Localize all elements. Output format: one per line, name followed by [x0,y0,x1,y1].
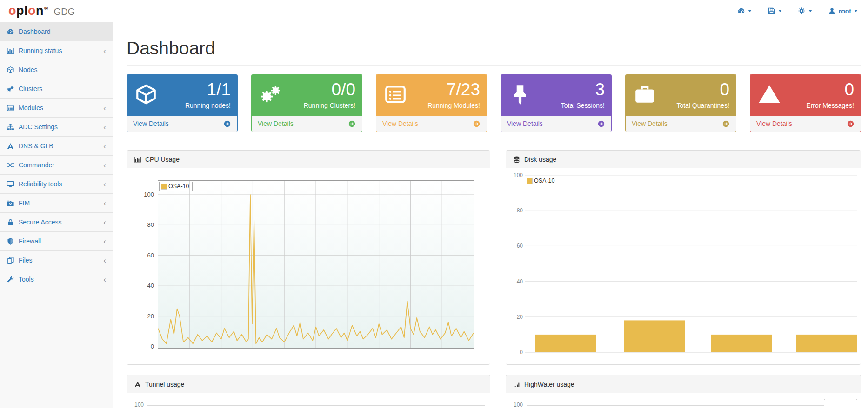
sidebar-item-fim[interactable]: FIM ‹ [0,194,113,213]
panel-title: HighWater usage [524,381,574,388]
main-content: Dashboard 1/1 Running nodes! View Detail… [113,0,868,408]
view-details-label: View Details [258,120,294,127]
gridline [527,405,856,406]
chevron-left-icon: ‹ [103,142,106,150]
chevron-left-icon: ‹ [103,218,106,226]
arrow-circle-right-icon [722,120,730,128]
bar-chart-icon [134,156,141,163]
chevron-left-icon: ‹ [103,276,106,283]
sidebar-item-label: Tools [19,276,34,283]
cube-icon [7,66,14,74]
shuffle-icon [7,161,14,169]
view-details-button[interactable]: View Details [376,116,487,132]
y-tick-label: 20 [128,313,154,320]
view-details-button[interactable]: View Details [252,116,362,132]
adn-icon [7,142,14,150]
sidebar-item-reliability-tools[interactable]: Reliability tools ‹ [0,175,113,194]
sidebar-item-dns-glb[interactable]: DNS & GLB ‹ [0,137,113,156]
stat-card-body: 1/1 Running nodes! [127,74,237,116]
stat-card-body: 0 Error Messages! [750,74,861,116]
view-details-button[interactable]: View Details [501,116,611,132]
save-dropdown[interactable] [768,7,782,15]
navbar-right: root [737,7,868,15]
tunnel-usage-panel: Tunnel usage 100 OSA-10 [127,375,490,408]
sidebar-item-label: FIM [19,199,30,207]
sidebar-item-label: ADC Settings [19,123,58,131]
y-tick-label: 80 [128,221,154,228]
sidebar-item-adc-settings[interactable]: ADC Settings ‹ [0,118,113,137]
chevron-left-icon: ‹ [103,237,106,245]
stat-card-running-modules: 7/23 Running Modules! View Details [376,74,487,132]
files-icon [7,257,14,264]
sidebar-item-files[interactable]: Files ‹ [0,251,113,270]
stat-card-body: 0 Total Quarantines! [626,74,736,116]
chevron-left-icon: ‹ [103,104,106,112]
sidebar-item-running-status[interactable]: Running status ‹ [0,41,113,60]
gears-icon [7,85,14,93]
panel-header: HighWater usage [506,375,861,393]
highwater-chart: 100 OSA-10 [506,393,861,408]
brand-logo[interactable]: oplon® GDG [0,4,75,18]
stat-card-total-quarantines: 0 Total Quarantines! View Details [625,74,736,132]
tachometer-icon [7,28,14,36]
signal-icon [513,381,521,388]
sidebar-item-label: Nodes [19,66,37,73]
product-name: GDG [54,7,75,17]
y-tick-label: 100 [128,191,154,198]
sidebar-item-clusters[interactable]: Clusters [0,79,113,99]
sidebar: Dashboard Running status ‹ Nodes Cluster… [0,22,113,408]
thumbtack-icon [508,83,532,106]
cpu-plot-area: OSA-10 [158,180,474,349]
sidebar-item-nodes[interactable]: Nodes [0,60,113,79]
panel-header: CPU Usage [127,151,490,168]
cpu-chart: 020406080100 OSA-10 [127,168,490,364]
sidebar-item-label: Running status [19,47,62,54]
settings-dropdown[interactable] [798,7,812,15]
chevron-down-icon [854,10,858,12]
gears-icon [259,83,282,106]
dashboard-dropdown[interactable] [737,7,752,15]
username: root [839,7,851,15]
view-details-button[interactable]: View Details [750,116,861,132]
brand-name: oplon® [8,4,48,18]
stat-card-body: 7/23 Running Modules! [376,74,487,116]
highwater-usage-panel: HighWater usage 100 OSA-10 [506,375,861,408]
camera-icon [7,199,14,207]
warning-icon [758,83,781,106]
partial-tooltip-box [824,399,857,408]
chevron-left-icon: ‹ [103,257,106,264]
sidebar-item-dashboard[interactable]: Dashboard [0,22,113,41]
list-alt-icon [7,104,14,112]
y-tick-label: 100 [507,401,523,408]
view-details-label: View Details [756,120,792,127]
view-details-label: View Details [133,120,169,127]
page-header: Dashboard [127,22,861,66]
view-details-button[interactable]: View Details [127,116,237,132]
sidebar-item-label: Secure Access [19,218,62,226]
floppy-icon [768,7,775,15]
sidebar-item-label: Firewall [19,237,41,245]
view-details-button[interactable]: View Details [626,116,736,132]
stat-card-body: 3 Total Sessions! [501,74,611,116]
chevron-left-icon: ‹ [103,180,106,188]
y-tick-label: 40 [128,282,154,289]
bottom-charts-row: Tunnel usage 100 OSA-10 HighWater usage … [127,375,861,408]
sidebar-item-label: Files [19,257,33,264]
stat-card-error-messages: 0 Error Messages! View Details [750,74,861,132]
sidebar-item-commander[interactable]: Commander ‹ [0,156,113,175]
medkit-icon [633,83,656,106]
shield-icon [7,237,14,245]
arrow-circle-right-icon [597,120,605,128]
user-dropdown[interactable]: root [828,7,858,15]
arrow-circle-right-icon [847,120,855,128]
sidebar-item-modules[interactable]: Modules ‹ [0,99,113,118]
cpu-usage-panel: CPU Usage 020406080100 OSA-10 [127,150,490,365]
sidebar-item-tools[interactable]: Tools ‹ [0,270,113,289]
sidebar-item-firewall[interactable]: Firewall ‹ [0,232,113,251]
registered-mark: ® [44,6,48,11]
disk-usage-panel: Disk usage OSA-10 020406080100 [506,150,861,365]
top-navbar: oplon® GDG root [0,0,868,22]
sidebar-item-secure-access[interactable]: Secure Access ‹ [0,213,113,232]
arrow-circle-right-icon [473,120,481,128]
desktop-icon [7,180,14,188]
